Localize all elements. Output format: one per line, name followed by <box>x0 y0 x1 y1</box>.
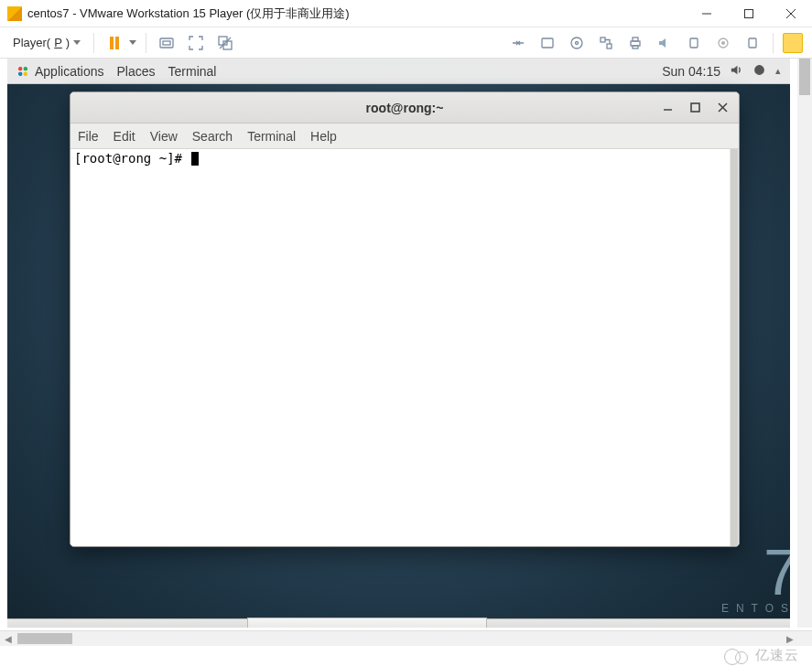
gnome-dock[interactable] <box>7 618 790 628</box>
svg-rect-14 <box>631 41 640 46</box>
centos-watermark: 7 ENTOS <box>721 544 790 615</box>
chevron-up-icon[interactable]: ▴ <box>775 65 781 77</box>
applications-label: Applications <box>35 64 104 79</box>
device2-icon[interactable] <box>742 32 763 54</box>
menu-terminal[interactable]: Terminal <box>247 129 296 144</box>
terminal-prompt: [root@rong ~]# <box>74 151 189 166</box>
centos-version: 7 <box>721 544 790 602</box>
pause-vm-button[interactable] <box>103 32 125 54</box>
send-ctrl-alt-del-button[interactable] <box>156 32 178 54</box>
svg-marker-17 <box>659 38 666 48</box>
window-title: centos7 - VMware Workstation 15 Player (… <box>27 5 686 22</box>
record-icon[interactable] <box>712 32 734 54</box>
cloud-icon <box>724 648 750 664</box>
terminal-title: root@rong:~ <box>366 101 444 115</box>
terminal-titlebar[interactable]: root@rong:~ <box>70 92 739 124</box>
pause-icon <box>110 37 119 49</box>
svg-rect-4 <box>160 38 173 48</box>
gnome-logo-icon <box>16 65 29 78</box>
network-icon[interactable] <box>595 32 617 54</box>
terminal-body[interactable]: [root@rong ~]# <box>70 149 739 546</box>
svg-rect-15 <box>633 38 638 41</box>
gnome-top-bar: Applications Places Terminal Sun 04:15 ▴ <box>7 59 790 84</box>
menu-search[interactable]: Search <box>192 129 233 144</box>
watermark-text: 亿速云 <box>755 647 799 664</box>
maximize-button[interactable] <box>728 0 770 27</box>
printer-icon[interactable] <box>624 32 646 54</box>
chevron-down-icon <box>73 40 81 45</box>
applications-menu[interactable]: Applications <box>16 64 104 79</box>
minimize-button[interactable] <box>686 0 728 27</box>
player-label-hotkey: P <box>54 36 62 49</box>
terminal-minimize-button[interactable] <box>656 98 678 118</box>
vm-display-area: Applications Places Terminal Sun 04:15 ▴… <box>0 59 812 630</box>
vmware-toolbar: Player(P) <box>0 27 812 59</box>
centos-label: ENTOS <box>721 602 790 615</box>
sound-icon[interactable] <box>654 32 676 54</box>
svg-rect-13 <box>607 44 612 48</box>
terminal-cursor <box>191 152 199 166</box>
vmware-icon <box>7 6 22 21</box>
disk-icon[interactable] <box>536 32 558 54</box>
menu-file[interactable]: File <box>78 129 99 144</box>
cd-icon[interactable] <box>566 32 588 54</box>
svg-rect-26 <box>691 103 699 112</box>
terminal-menubar: File Edit View Search Terminal Help <box>70 124 739 149</box>
svg-point-10 <box>571 38 582 48</box>
places-menu[interactable]: Places <box>117 64 156 79</box>
menu-help[interactable]: Help <box>310 129 337 144</box>
scroll-left-icon[interactable]: ◀ <box>0 631 16 647</box>
svg-marker-22 <box>731 65 738 73</box>
power-icon[interactable] <box>752 63 766 80</box>
svg-rect-16 <box>633 46 638 48</box>
dock-task-preview[interactable] <box>247 618 487 628</box>
svg-point-11 <box>576 41 579 44</box>
fullscreen-button[interactable] <box>185 32 207 54</box>
svg-point-20 <box>721 41 725 45</box>
terminal-label: Terminal <box>168 64 217 79</box>
chevron-down-icon[interactable] <box>129 40 136 45</box>
svg-rect-12 <box>601 38 605 42</box>
player-label-pre: Player( <box>13 36 50 49</box>
host-window-titlebar: centos7 - VMware Workstation 15 Player (… <box>0 0 812 27</box>
device-icon[interactable] <box>683 32 705 54</box>
player-label-post: ) <box>66 36 70 49</box>
clock[interactable]: Sun 04:15 <box>662 64 720 79</box>
unity-mode-button[interactable] <box>214 32 236 54</box>
svg-rect-18 <box>690 38 698 48</box>
player-menu-button[interactable]: Player(P) <box>9 33 84 52</box>
terminal-scrollbar[interactable] <box>730 149 739 546</box>
page-footer-strip: 亿速云 <box>0 646 812 666</box>
menu-view[interactable]: View <box>150 129 178 144</box>
terminal-app-menu[interactable]: Terminal <box>168 64 217 79</box>
terminal-close-button[interactable] <box>711 98 733 118</box>
site-watermark: 亿速云 <box>724 647 799 664</box>
places-label: Places <box>117 64 156 79</box>
svg-rect-9 <box>542 38 553 48</box>
vm-vertical-scrollbar[interactable] <box>797 59 812 628</box>
close-button[interactable] <box>770 0 812 27</box>
menu-edit[interactable]: Edit <box>114 129 135 144</box>
scroll-right-icon[interactable]: ▶ <box>782 631 797 647</box>
scroll-thumb[interactable] <box>17 633 72 644</box>
connection-icon[interactable] <box>507 32 529 54</box>
volume-icon[interactable] <box>730 63 743 80</box>
svg-rect-21 <box>749 38 756 48</box>
notes-button[interactable] <box>783 33 803 53</box>
terminal-window: root@rong:~ File Edit View Search Termin… <box>70 91 740 547</box>
guest-desktop[interactable]: Applications Places Terminal Sun 04:15 ▴… <box>7 59 790 628</box>
host-horizontal-scrollbar[interactable]: ◀ ▶ <box>0 630 812 646</box>
svg-rect-1 <box>745 9 753 17</box>
svg-line-8 <box>220 38 231 48</box>
terminal-maximize-button[interactable] <box>684 98 706 118</box>
svg-rect-5 <box>163 41 170 45</box>
